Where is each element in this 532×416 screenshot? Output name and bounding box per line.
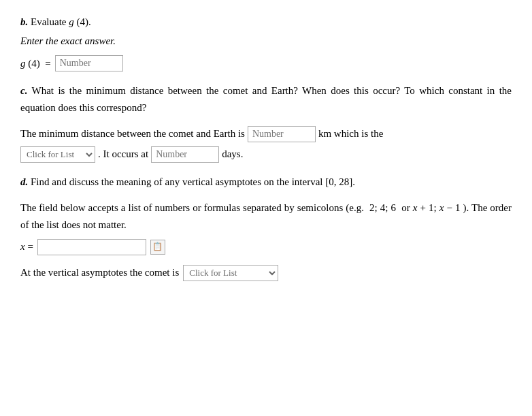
section-b-subtitle: Enter the exact answer. xyxy=(20,35,512,47)
constant-dropdown[interactable]: Click for List xyxy=(20,146,95,163)
occurs-text: . It occurs at xyxy=(98,148,148,160)
section-c: c. What is the minimum distance between … xyxy=(20,82,512,163)
field-description: The field below accepts a list of number… xyxy=(20,199,512,234)
formula-icon[interactable]: 📋 xyxy=(150,240,165,255)
section-b-text: Evaluate g (4). xyxy=(31,16,91,27)
section-d-content: The field below accepts a list of number… xyxy=(20,199,512,281)
occurs-row: Click for List . It occurs at days. xyxy=(20,146,512,163)
x-input-row: x = 📋 xyxy=(20,239,512,255)
section-c-text: What is the minimum distance between the… xyxy=(20,85,512,113)
section-c-title: c. What is the minimum distance between … xyxy=(20,82,512,116)
section-d-text: Find and discuss the meaning of any vert… xyxy=(31,176,355,187)
x-input[interactable] xyxy=(37,239,146,255)
section-d-title: d. Find and discuss the meaning of any v… xyxy=(20,174,512,191)
min-distance-text1: The minimum distance between the comet a… xyxy=(20,128,245,140)
section-d-label: d. xyxy=(20,176,28,187)
g-expression-row: g (4) = xyxy=(20,55,512,71)
section-b-label: b. xyxy=(20,16,28,27)
days-text: days. xyxy=(222,148,243,160)
section-c-label: c. xyxy=(20,85,27,96)
asymptote-row: At the vertical asymptotes the comet is … xyxy=(20,265,512,281)
min-distance-text2: km which is the xyxy=(318,128,383,140)
x-label: x = xyxy=(20,241,33,253)
section-c-content: The minimum distance between the comet a… xyxy=(20,126,512,163)
g4-input[interactable] xyxy=(55,55,123,71)
occurs-input[interactable] xyxy=(151,146,219,163)
section-d: d. Find and discuss the meaning of any v… xyxy=(20,174,512,281)
asymptote-label: At the vertical asymptotes the comet is xyxy=(20,267,179,278)
min-distance-input[interactable] xyxy=(248,126,316,142)
min-distance-row: The minimum distance between the comet a… xyxy=(20,126,512,142)
asymptote-dropdown[interactable]: Click for List xyxy=(183,265,278,281)
section-b-title: b. Evaluate g (4). xyxy=(20,14,512,30)
section-b: b. Evaluate g (4). Enter the exact answe… xyxy=(20,14,512,71)
g-expression-label: g (4) = xyxy=(20,58,51,69)
